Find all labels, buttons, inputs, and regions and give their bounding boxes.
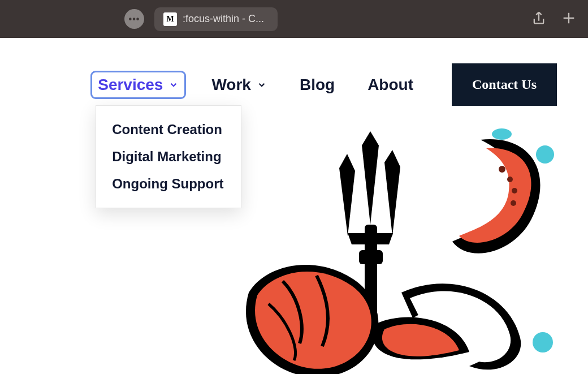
nav-item-about: About <box>362 72 419 97</box>
nav-item-services: Services Content Creation Digital Market… <box>92 72 184 97</box>
hero-illustration <box>215 123 565 374</box>
nav-label: Services <box>98 76 163 94</box>
share-icon[interactable] <box>531 10 547 28</box>
chevron-down-icon <box>168 80 179 90</box>
squid-trident-illustration <box>215 123 565 374</box>
browser-tab[interactable]: M :focus-within - C... <box>154 7 278 31</box>
nav-link-work[interactable]: Work <box>206 72 273 97</box>
chevron-down-icon <box>257 80 267 90</box>
main-nav: Services Content Creation Digital Market… <box>0 38 588 106</box>
svg-rect-1 <box>359 250 383 264</box>
more-menu-button[interactable]: ••• <box>124 9 144 29</box>
tab-favicon: M <box>163 12 177 26</box>
nav-list: Services Content Creation Digital Market… <box>92 72 419 97</box>
svg-point-2 <box>499 166 505 173</box>
svg-point-5 <box>511 200 516 206</box>
bubble-icon <box>536 145 554 164</box>
page-content: Services Content Creation Digital Market… <box>0 38 588 374</box>
nav-label: About <box>368 76 413 94</box>
contact-button[interactable]: Contact Us <box>452 63 557 106</box>
nav-link-blog[interactable]: Blog <box>294 72 340 97</box>
new-tab-icon[interactable] <box>561 10 577 28</box>
bubble-icon <box>492 128 512 140</box>
nav-item-blog: Blog <box>294 72 340 97</box>
nav-item-work: Work <box>206 72 273 97</box>
nav-label: Work <box>211 76 251 94</box>
bubble-icon <box>533 332 553 352</box>
nav-label: Blog <box>300 76 335 94</box>
svg-point-3 <box>507 177 513 182</box>
nav-link-about[interactable]: About <box>362 72 419 97</box>
browser-toolbar: ••• M :focus-within - C... <box>0 0 588 38</box>
nav-link-services[interactable]: Services <box>92 72 184 97</box>
svg-point-4 <box>512 188 517 194</box>
tab-title: :focus-within - C... <box>183 13 264 25</box>
